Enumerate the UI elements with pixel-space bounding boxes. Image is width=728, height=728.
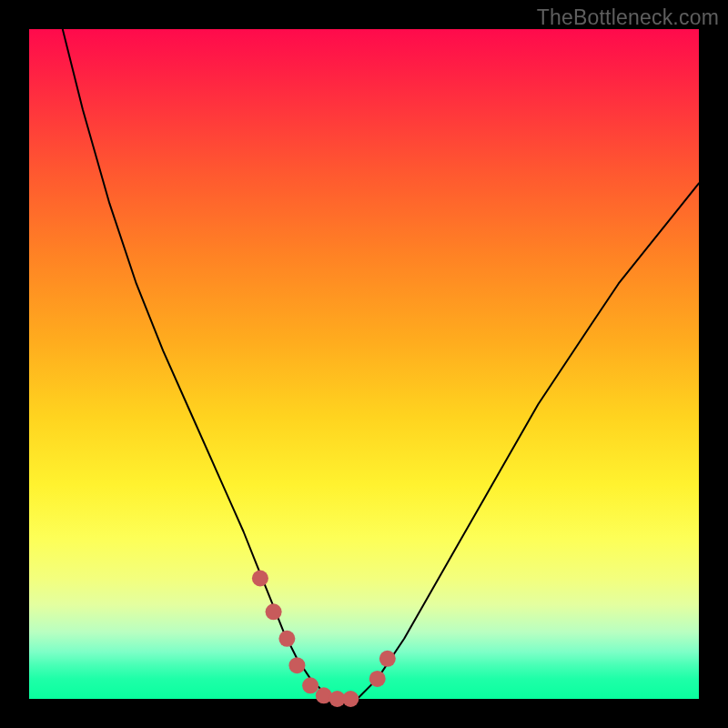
chart-frame: TheBottleneck.com	[0, 0, 728, 728]
chart-overlay	[29, 29, 699, 699]
highlight-marker	[379, 651, 396, 667]
bottleneck-curve	[29, 0, 699, 699]
highlighted-points-group	[252, 571, 396, 708]
highlight-marker	[252, 571, 268, 587]
highlight-marker	[266, 603, 282, 620]
highlight-marker	[288, 657, 305, 673]
watermark-text: TheBottleneck.com	[537, 5, 719, 30]
highlight-marker	[342, 691, 359, 707]
highlight-marker	[278, 631, 295, 647]
highlight-marker	[369, 671, 386, 687]
highlight-marker	[302, 677, 318, 693]
